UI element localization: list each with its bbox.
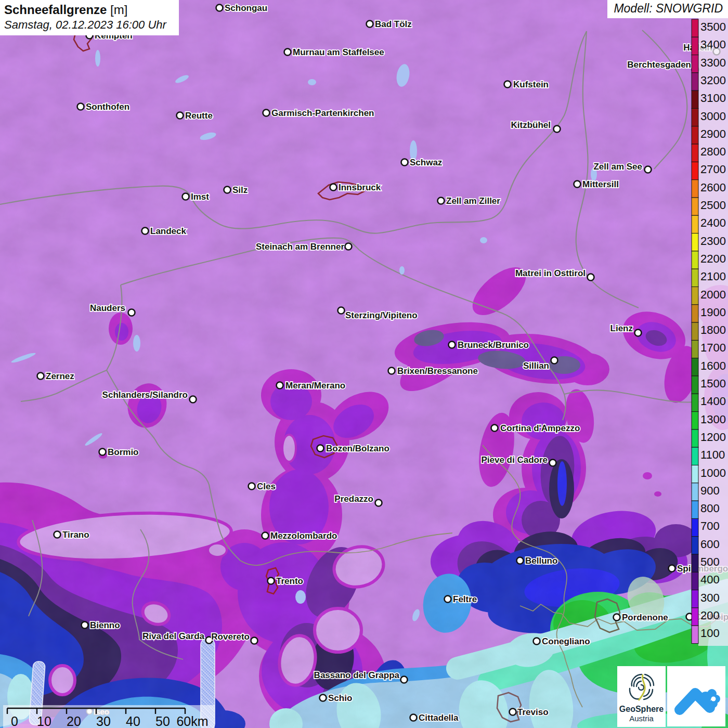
legend-cell-2800: [692, 144, 698, 162]
weather-map-page: SchongauBad TölzKemptenMurnau am Staffel…: [0, 0, 728, 728]
city-dot: [551, 357, 558, 364]
city-dot: [224, 187, 231, 193]
city-dot: [588, 274, 594, 281]
city-dot: [438, 198, 445, 204]
legend-colorbar: 3500340033003200310030002900280027002600…: [692, 16, 728, 646]
legend-label-400: 400: [700, 573, 720, 586]
legend-label-1100: 1100: [700, 448, 725, 461]
geosphere-logo: GeoSphere Austria: [617, 666, 725, 727]
city-label: Rovereto: [211, 632, 250, 642]
scalebar-label: 30: [96, 714, 111, 728]
city-label: Trento: [276, 576, 303, 586]
logo-country: Austria: [629, 714, 654, 723]
city-label: Bassano del Grappa: [314, 670, 400, 680]
city-label: Sonthofen: [86, 102, 129, 112]
legend-label-2200: 2200: [700, 252, 726, 265]
city-dot: [504, 81, 511, 88]
map-title: Schneefallgrenze [m]: [4, 3, 175, 17]
scalebar-label: 50: [155, 714, 170, 728]
city-label: Berchtesgaden: [627, 60, 691, 70]
city-label: Riva del Garda: [142, 631, 205, 641]
legend-label-800: 800: [700, 502, 720, 515]
legend-label-900: 900: [700, 484, 720, 497]
legend-cell-2900: [692, 126, 698, 144]
scalebar-label: 0: [11, 714, 18, 728]
city-dot: [410, 714, 417, 721]
city-dot: [574, 181, 581, 188]
city-label: Bad Tölz: [375, 19, 412, 29]
legend-cell-700: [692, 518, 698, 536]
mountain-cloud-icon-card: [667, 666, 725, 726]
legend-cell-3400: [692, 37, 698, 55]
legend-cell-3300: [692, 55, 698, 73]
city-dot: [445, 596, 451, 603]
city-dot: [183, 193, 189, 200]
city-label: Kufstein: [513, 80, 549, 89]
city-label: Meran/Merano: [285, 381, 345, 391]
scalebar: 0102030405060km: [3, 705, 215, 728]
legend-cell-3100: [692, 90, 698, 108]
legend-cell-1200: [692, 430, 698, 447]
city-label: Murnau am Staffelsee: [293, 47, 384, 57]
city-dot: [263, 110, 270, 116]
city-label: Silz: [232, 185, 248, 195]
city-dot: [320, 695, 327, 701]
legend-cell-600: [692, 537, 698, 554]
city-dot: [645, 166, 652, 173]
legend-label-2700: 2700: [700, 163, 726, 176]
city-label: Cittadella: [419, 713, 459, 723]
legend-label-2500: 2500: [700, 199, 726, 212]
city-label: Sillian: [523, 361, 549, 371]
city-dot: [142, 228, 149, 235]
city-dot: [517, 557, 524, 564]
city-label: Cles: [257, 482, 276, 491]
city-label: Treviso: [517, 707, 549, 717]
legend-label-3300: 3300: [700, 56, 726, 69]
city-label: Schongau: [225, 3, 267, 13]
legend-label-3100: 3100: [700, 92, 726, 105]
legend-cell-1100: [692, 447, 698, 465]
legend-cell-3000: [692, 109, 698, 126]
city-label: Tirano: [62, 530, 89, 540]
city-label: Lienz: [610, 323, 633, 333]
city-dot: [190, 396, 197, 403]
city-dot: [338, 307, 345, 314]
legend-label-500: 500: [700, 555, 720, 568]
city-label: Zell am Ziller: [446, 196, 500, 206]
legend-cell-2000: [692, 287, 698, 305]
legend-cell-1400: [692, 394, 698, 411]
legend-label-2300: 2300: [700, 235, 726, 248]
legend-cell-2400: [692, 215, 698, 233]
legend-label-100: 100: [700, 627, 720, 640]
lake-reschensee: [133, 335, 140, 352]
city-dot: [277, 382, 283, 389]
snowfall-limit-map: SchongauBad TölzKemptenMurnau am Staffel…: [0, 0, 728, 728]
legend-label-2900: 2900: [700, 127, 726, 140]
legend-label-1800: 1800: [700, 323, 726, 336]
legend-label-700: 700: [700, 519, 720, 532]
legend-cell-400: [692, 572, 698, 590]
scalebar-label: 40: [126, 714, 140, 728]
city-label: Bienno: [90, 620, 120, 630]
legend-label-3200: 3200: [700, 74, 726, 87]
city-label: Mittersill: [582, 179, 619, 189]
city-dot: [669, 565, 675, 572]
city-dot: [534, 638, 540, 645]
city-dot: [284, 49, 291, 56]
legend-cell-1700: [692, 340, 698, 358]
city-label: Feltre: [453, 594, 477, 604]
city-label: Innsbruck: [339, 183, 381, 192]
legend-label-1300: 1300: [700, 413, 726, 426]
mountain-cloud-icon: [670, 670, 722, 722]
legend-cell-2500: [692, 198, 698, 215]
city-label: Nauders: [90, 303, 125, 313]
city-dot: [449, 342, 456, 348]
legend-cell-2700: [692, 162, 698, 179]
legend-label-200: 200: [700, 609, 720, 622]
city-dot: [251, 638, 258, 644]
city-dot: [268, 578, 275, 584]
city-dot: [54, 531, 61, 538]
legend-cell-1800: [692, 322, 698, 340]
cloud-cutout: [711, 697, 716, 701]
city-dot: [330, 184, 337, 191]
